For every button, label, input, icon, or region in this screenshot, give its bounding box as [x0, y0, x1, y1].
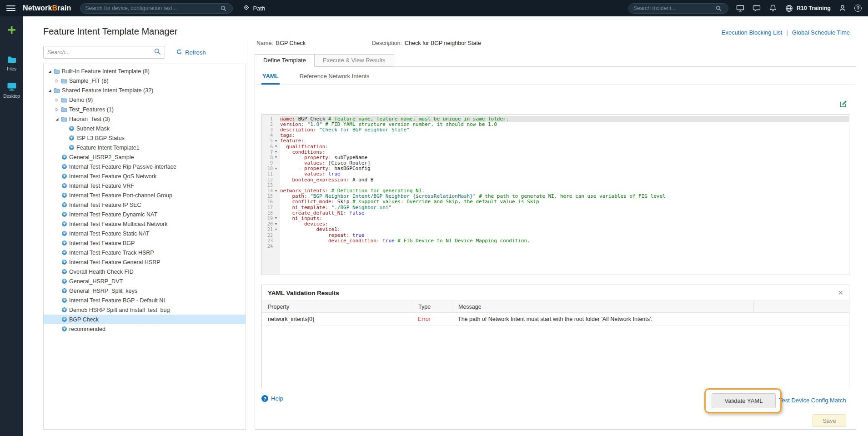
help-link[interactable]: ? Help [261, 395, 283, 402]
editor-line[interactable]: 9 values: [Cisco Router] [262, 160, 849, 166]
tree-item-internal-test-feature-bgp-default-ni[interactable]: Internal Test Feature BGP - Default NI [44, 296, 246, 305]
editor-line[interactable]: 18 create_default_NI: false [262, 210, 849, 215]
yaml-editor[interactable]: 1name: BGP Check # feature name, feature… [261, 114, 849, 275]
tree-item-internal-test-feature-dynamic-nat[interactable]: Internal Test Feature Dynamic NAT [44, 210, 246, 219]
close-icon[interactable]: × [838, 289, 843, 297]
tree-search-input[interactable] [47, 49, 154, 55]
user-icon[interactable] [838, 4, 847, 13]
tree-item-internal-test-feature-port-channel-group[interactable]: Internal Test Feature Port-channel Group [44, 190, 246, 200]
incident-search-input[interactable] [633, 5, 714, 11]
path-menu[interactable]: Path [243, 4, 265, 12]
tree-item-overall-health-check-fid[interactable]: Overall Health Check FID [44, 267, 246, 276]
validation-row[interactable]: network_intents[0]ErrorThe path of Netwo… [262, 313, 849, 326]
tree-item-internal-test-feature-rip-passive-interface[interactable]: Internal Test Feature Rip Passive-interf… [44, 162, 246, 171]
menu-icon[interactable] [6, 5, 15, 11]
subtab-yaml[interactable]: YAML [261, 70, 280, 85]
search-icon[interactable] [219, 4, 228, 13]
tenant-selector[interactable]: R10 Training [785, 4, 831, 13]
expand-icon[interactable] [54, 79, 60, 83]
fold-icon[interactable]: ▾ [273, 216, 279, 220]
fold-icon[interactable]: ▾ [273, 139, 279, 143]
editor-line[interactable]: 3description: "Check for BGP neighbor St… [262, 127, 849, 132]
monitor-icon[interactable] [736, 4, 745, 13]
editor-line[interactable]: 12 boolean_expression: A and B [262, 177, 849, 182]
tree-item-demo-9[interactable]: Demo (9) [44, 95, 246, 105]
edit-icon[interactable] [839, 100, 848, 108]
tree-item-internal-test-feature-bgp[interactable]: Internal Test Feature BGP [44, 238, 246, 248]
fold-icon[interactable]: ▾ [273, 189, 279, 193]
validate-yaml-button[interactable]: Validate YAML [712, 393, 776, 408]
device-search-box[interactable] [80, 3, 233, 14]
tree-item-haoran-test-3[interactable]: Haoran_Test (3) [44, 114, 246, 124]
subtab-reference-network-intents[interactable]: Reference Network Intents [299, 70, 371, 85]
tree-item-internal-test-feature-general-hsrp[interactable]: Internal Test Feature General HSRP [44, 257, 246, 267]
tree-item-internal-test-feature-track-hsrp[interactable]: Internal Test Feature Track HSRP [44, 248, 246, 257]
save-button[interactable]: Save [813, 414, 846, 427]
tree-item-internal-test-feature-ip-sec[interactable]: Internal Test Feature IP SEC [44, 200, 246, 210]
editor-line[interactable]: 1name: BGP Check # feature name, feature… [262, 116, 849, 121]
chat-icon[interactable] [752, 4, 761, 13]
rail-item-desktop[interactable]: Desktop [3, 82, 20, 99]
tree-item-general-hsrp2-sample[interactable]: General_HSRP2_Sample [44, 152, 246, 162]
editor-line[interactable]: 10▾ - property: hasBGPConfig [262, 166, 849, 171]
tree-item-general-hsrp-split-keys[interactable]: General_HSRP_Split_keys [44, 286, 246, 296]
editor-line[interactable]: 15 path: "BGP Neighbor Intent/BGP Neighb… [262, 194, 849, 199]
fold-icon[interactable]: ▾ [273, 228, 279, 231]
editor-line[interactable]: 8▾ - property: subTypeName [262, 155, 849, 160]
tree-item-built-in-feature-intent-template-8[interactable]: Built-In Feature Intent Template (8) [44, 66, 246, 76]
help-icon[interactable]: ? [854, 5, 862, 12]
editor-line[interactable]: 5▾feature: [262, 138, 849, 144]
editor-line[interactable]: 19▾ ni_inputs: [262, 215, 849, 221]
tree-item-test-features-1[interactable]: Test_Features (1) [44, 105, 246, 114]
editor-line[interactable]: 21▾ device1: [262, 227, 849, 232]
tree-search-box[interactable] [43, 46, 165, 59]
fold-icon[interactable]: ▾ [273, 150, 279, 154]
add-icon[interactable]: + [7, 23, 16, 36]
tree-item-internal-test-feature-static-nat[interactable]: Internal Test Feature Static NAT [44, 229, 246, 238]
tree-item-isp-l3-bgp-status[interactable]: ISP L3 BGP Status [44, 133, 246, 143]
incident-search-box[interactable] [628, 3, 728, 14]
tab-define-template[interactable]: Define Template [255, 54, 315, 67]
editor-line[interactable]: 22 repeat: true [262, 232, 849, 238]
editor-line[interactable]: 20▾ devices: [262, 221, 849, 227]
tree-item-demo5-hsrp-spilt-and-install-test-bug[interactable]: Demo5 HSRP Spilt and Install_test_bug [44, 305, 246, 315]
tree-item-sample-fit-8[interactable]: Sample_FIT (8) [44, 76, 246, 85]
editor-line[interactable]: 7▾ conditions: [262, 149, 849, 155]
search-icon[interactable] [154, 48, 161, 57]
tree-item-internal-test-feature-multicast-network[interactable]: Internal Test Feature Multicast Network [44, 219, 246, 229]
bell-icon[interactable] [768, 4, 778, 13]
editor-line[interactable]: 6▾ qualification: [262, 144, 849, 149]
tree-item-feature-intent-template1[interactable]: Feature Intent Template1 [44, 143, 246, 152]
fold-icon[interactable]: ▾ [273, 155, 279, 159]
collapse-icon[interactable] [54, 117, 60, 121]
editor-line[interactable]: 16 conflict_mode: Skip # support values:… [262, 199, 849, 205]
editor-line[interactable]: 4tags: [262, 133, 849, 138]
editor-line[interactable]: 17 ni_template: "./BGP Neighbor.xni" [262, 205, 849, 210]
tree-item-shared-feature-intent-template-32[interactable]: Shared Feature Intent Template (32) [44, 85, 246, 95]
test-device-config-match-link[interactable]: Test Device Config Match [779, 397, 846, 404]
refresh-button[interactable]: Refresh [176, 49, 206, 56]
rail-item-files[interactable]: Files [7, 55, 17, 71]
fold-icon[interactable]: ▾ [273, 167, 279, 170]
tree-item-subnet-mask[interactable]: Subnet Mask [44, 124, 246, 133]
editor-line[interactable]: 13 [262, 182, 849, 188]
tree-item-internal-test-feature-qos-network[interactable]: Internal Test Feature QoS Network [44, 171, 246, 181]
tree-item-bgp-check[interactable]: BGP Check [44, 315, 246, 324]
editor-line[interactable]: 23 device_condition: true # FIG Device t… [262, 238, 849, 243]
panel-splitter[interactable] [247, 39, 247, 430]
fold-icon[interactable]: ▾ [273, 145, 279, 148]
fold-icon[interactable]: ▾ [273, 222, 279, 226]
expand-icon[interactable] [54, 98, 60, 102]
tab-execute-view-results[interactable]: Execute & View Results [314, 54, 394, 66]
app-logo[interactable]: NetworkBrain [23, 4, 71, 12]
collapse-icon[interactable] [46, 69, 53, 74]
editor-line[interactable]: 2version: "1.0" # FID YAML structure ver… [262, 121, 849, 127]
device-search-input[interactable] [85, 5, 219, 11]
expand-icon[interactable] [54, 107, 60, 112]
editor-line[interactable]: 11 values: true [262, 171, 849, 177]
tree-item-internal-test-feature-vrf[interactable]: Internal Test Feature VRF [44, 181, 246, 190]
search-icon[interactable] [714, 4, 723, 13]
editor-line[interactable]: 14▾network_intents: # Definition for gen… [262, 188, 849, 193]
tree-item-recommended[interactable]: recommended [44, 324, 246, 334]
collapse-icon[interactable] [46, 88, 53, 93]
